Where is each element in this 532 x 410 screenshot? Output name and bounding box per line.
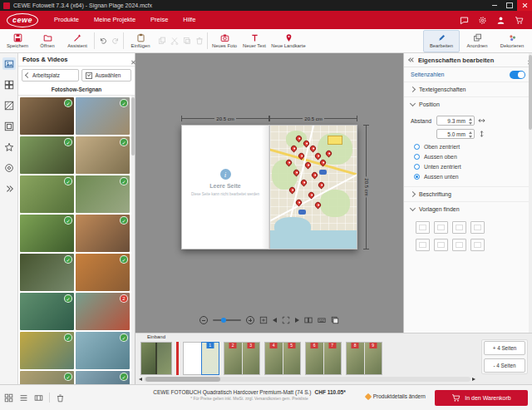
- keyboard-icon[interactable]: [318, 316, 326, 324]
- list-view-icon[interactable]: [19, 393, 28, 403]
- source-dropdown[interactable]: Arbeitsplatz: [22, 69, 79, 82]
- template-thumbnail[interactable]: [452, 221, 466, 234]
- page-numbers-toggle[interactable]: [510, 71, 525, 79]
- photo-scrollbar[interactable]: [131, 96, 135, 384]
- position-option[interactable]: Aussen unten: [414, 174, 525, 180]
- map-pin-icon[interactable]: [290, 144, 298, 152]
- templates-section-header[interactable]: Vorlagen finden: [404, 202, 532, 216]
- caption-section-header[interactable]: Beschriftung: [404, 186, 532, 202]
- menu-hilfe[interactable]: Hilfe: [175, 11, 203, 29]
- photo-thumbnail[interactable]: ✓: [20, 215, 74, 252]
- photo-thumbnail[interactable]: ✓: [76, 215, 130, 252]
- photo-thumbnail[interactable]: ✓: [20, 97, 74, 135]
- photos-panel-icon[interactable]: [2, 57, 16, 70]
- template-thumbnail[interactable]: [470, 239, 485, 251]
- filmstrip-spread[interactable]: 89: [346, 342, 382, 375]
- filmstrip-page[interactable]: 8: [347, 343, 365, 374]
- template-thumbnail[interactable]: [434, 239, 448, 251]
- scrollbar-thumb[interactable]: [131, 97, 135, 156]
- zoom-out-icon[interactable]: [200, 316, 208, 324]
- close-button[interactable]: [517, 0, 532, 11]
- next-page-icon[interactable]: [295, 318, 299, 323]
- product-details-button[interactable]: Produktdetails ändern: [366, 393, 426, 399]
- filmstrip-page[interactable]: 2: [224, 343, 243, 374]
- filmstrip-page[interactable]: 4: [265, 343, 283, 374]
- photo-thumbnail[interactable]: ✓: [20, 175, 74, 213]
- menu-meine-projekte[interactable]: Meine Projekte: [86, 11, 143, 29]
- grid-view-icon[interactable]: [4, 393, 13, 403]
- map-pin-icon[interactable]: [303, 161, 312, 170]
- filmstrip-spread[interactable]: 45: [264, 342, 301, 375]
- photo-thumbnail[interactable]: ✓: [20, 371, 74, 384]
- text-properties-row[interactable]: Texteigenschaften: [404, 82, 532, 97]
- filmstrip-page[interactable]: 6: [306, 343, 324, 374]
- spread-view-icon[interactable]: [304, 316, 313, 324]
- scrollbar-thumb[interactable]: [145, 377, 220, 382]
- photo-thumbnail[interactable]: ✓: [76, 97, 130, 135]
- settings-gear-icon[interactable]: [478, 16, 487, 25]
- zoom-slider-knob[interactable]: [221, 318, 226, 323]
- remove-pages-button[interactable]: - 4 Seiten: [484, 358, 525, 373]
- cliparts-panel-icon[interactable]: [2, 141, 16, 153]
- photo-thumbnail[interactable]: ✓: [76, 136, 130, 174]
- new-map-button[interactable]: Neue Landkarte: [269, 30, 308, 52]
- menu-produkte[interactable]: Produkte: [47, 11, 86, 29]
- map-pin-icon[interactable]: [284, 159, 293, 167]
- previous-page-icon[interactable]: [273, 318, 277, 323]
- map-pin-icon[interactable]: [308, 144, 317, 152]
- new-photo-button[interactable]: Neues Foto: [209, 30, 239, 52]
- feedback-icon[interactable]: [460, 16, 469, 25]
- filmstrip-spread[interactable]: 1: [183, 342, 219, 375]
- paste-button[interactable]: Einfügen: [126, 30, 155, 52]
- select-photos-button[interactable]: Auswählen: [81, 69, 131, 82]
- trash-icon[interactable]: [56, 393, 65, 403]
- template-thumbnail[interactable]: [452, 239, 466, 251]
- assistant-button[interactable]: Assistent: [62, 30, 92, 52]
- map-pin-icon[interactable]: [302, 139, 310, 147]
- filmstrip-scrollbar[interactable]: [137, 376, 477, 383]
- position-option[interactable]: Aussen oben: [414, 154, 525, 160]
- photo-thumbnail[interactable]: ✓: [20, 293, 74, 330]
- spinner-arrows[interactable]: [469, 118, 472, 125]
- folder-name[interactable]: Fotoshow-Serignan: [18, 84, 135, 96]
- photo-thumbnail[interactable]: ✓: [76, 254, 130, 291]
- map-pin-icon[interactable]: [310, 171, 318, 180]
- map-pin-icon[interactable]: [298, 151, 306, 160]
- filmstrip-page[interactable]: 7: [324, 343, 342, 374]
- fit-page-icon[interactable]: [259, 316, 268, 324]
- photo-thumbnail[interactable]: ✓: [20, 254, 74, 291]
- photo-thumbnail[interactable]: ✓: [20, 332, 74, 369]
- filmstrip-page[interactable]: 1: [202, 343, 219, 374]
- photo-thumbnail[interactable]: ✓: [76, 175, 130, 213]
- tab-dekorieren[interactable]: Dekorieren: [495, 30, 530, 52]
- template-thumbnail[interactable]: [470, 221, 485, 234]
- abstand-x-spinner[interactable]: 9.3 mm: [436, 116, 475, 126]
- scroll-right-icon[interactable]: [470, 376, 477, 383]
- user-account-icon[interactable]: [496, 16, 505, 25]
- undo-button[interactable]: [96, 30, 109, 52]
- photo-thumbnail[interactable]: 2: [76, 293, 130, 330]
- map-pin-icon[interactable]: [293, 169, 301, 177]
- map-pin-icon[interactable]: [307, 190, 315, 199]
- scrollbar-thumb[interactable]: [529, 55, 532, 130]
- scrollbar-track[interactable]: [144, 377, 470, 382]
- frames-panel-icon[interactable]: [2, 120, 16, 132]
- right-page-map[interactable]: [269, 125, 357, 249]
- menu-preise[interactable]: Preise: [143, 11, 175, 29]
- tab-anordnen[interactable]: Anordnen: [460, 30, 495, 52]
- pages-overview-icon[interactable]: [331, 316, 339, 324]
- panel-scrollbar[interactable]: [529, 53, 532, 333]
- position-section-header[interactable]: Position: [404, 97, 532, 111]
- map-pin-icon[interactable]: [314, 151, 323, 160]
- map-pin-icon[interactable]: [288, 186, 296, 195]
- filmstrip-spread[interactable]: 67: [305, 342, 342, 375]
- fullscreen-icon[interactable]: [282, 316, 290, 324]
- map-pin-icon[interactable]: [318, 181, 326, 190]
- maximize-button[interactable]: [502, 0, 517, 11]
- abstand-y-spinner[interactable]: 5.0 mm: [436, 129, 475, 139]
- collapse-panel-icon[interactable]: [409, 57, 415, 63]
- open-button[interactable]: Öffnen: [32, 30, 62, 52]
- filmstrip-page[interactable]: 5: [283, 343, 301, 374]
- template-thumbnail[interactable]: [434, 221, 448, 234]
- save-button[interactable]: Speichern: [2, 30, 32, 52]
